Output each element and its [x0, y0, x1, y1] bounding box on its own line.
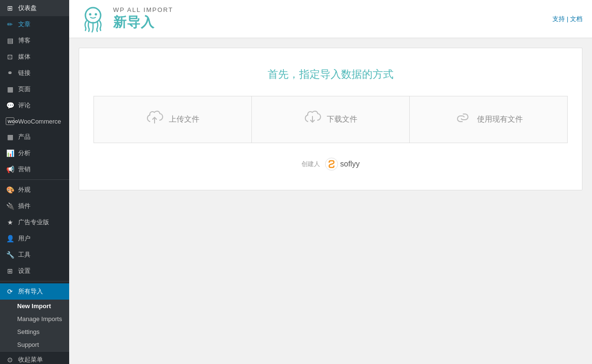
- settings-wp-icon: ⊞: [6, 267, 14, 275]
- sidebar-bottom: ⊙ 收起菜单: [0, 351, 69, 364]
- imports-submenu: New Import Manage Imports Settings Suppo…: [0, 300, 69, 351]
- sidebar-item-analytics[interactable]: 📊 分析: [0, 145, 69, 161]
- sidebar-item-dashboard[interactable]: ⊞ 仪表盘: [0, 0, 69, 16]
- products-icon: ▦: [6, 133, 14, 141]
- collapse-menu-button[interactable]: ⊙ 收起菜单: [0, 352, 69, 364]
- plugins-icon: 🔌: [6, 202, 14, 210]
- sidebar-item-all-imports[interactable]: ⟳ 所有导入: [0, 283, 69, 300]
- import-card: 首先，指定导入数据的方式 上传文件: [79, 48, 582, 190]
- submenu-support[interactable]: Support: [0, 338, 69, 351]
- sidebar-item-label: 分析: [18, 149, 31, 157]
- download-file-label: 下载文件: [327, 114, 357, 125]
- svg-point-1: [89, 13, 92, 15]
- cloud-download-icon: [304, 111, 321, 128]
- svg-point-2: [95, 13, 97, 15]
- submenu-settings[interactable]: Settings: [0, 325, 69, 338]
- sidebar-item-comments[interactable]: 💬 评论: [0, 97, 69, 114]
- upload-file-label: 上传文件: [169, 114, 199, 125]
- soflyy-icon: [325, 157, 338, 171]
- collapse-icon: ⊙: [6, 356, 14, 364]
- support-link[interactable]: 支持: [552, 15, 565, 22]
- posts-icon: ✏: [6, 21, 14, 28]
- sidebar-item-posts[interactable]: ✏ 文章: [0, 16, 69, 32]
- sidebar-divider: [0, 179, 69, 180]
- sidebar-item-products[interactable]: ▦ 产品: [0, 129, 69, 145]
- import-options: 上传文件 下载文件: [93, 96, 568, 143]
- sidebar-item-label: 文章: [18, 20, 31, 29]
- octopus-logo-icon: [79, 5, 107, 33]
- logo-title-top: WP ALL IMPORT: [113, 6, 173, 13]
- collapse-label: 收起菜单: [18, 355, 43, 364]
- sidebar-item-label: 评论: [18, 101, 31, 110]
- sidebar-item-label: 广告专业版: [18, 218, 49, 227]
- imports-icon: ⟳: [6, 288, 14, 295]
- marketing-icon: 📢: [6, 166, 14, 173]
- sidebar-item-label: 仪表盘: [18, 4, 37, 12]
- sidebar-item-settings-wp[interactable]: ⊞ 设置: [0, 263, 69, 279]
- logo-title-bottom: 新导入: [113, 13, 173, 31]
- existing-file-option[interactable]: 使用现有文件: [409, 96, 568, 143]
- submenu-manage-imports[interactable]: Manage Imports: [0, 312, 69, 325]
- download-file-option[interactable]: 下载文件: [251, 96, 409, 143]
- users-icon: 👤: [6, 235, 14, 242]
- sidebar-item-label: 外观: [18, 186, 31, 194]
- woo-icon: woo: [6, 117, 14, 125]
- sidebar-item-label: 媒体: [18, 52, 31, 61]
- sidebar-item-label: 链接: [18, 69, 31, 77]
- creator-line: 创建人 soflyy: [93, 157, 568, 171]
- content-area: 首先，指定导入数据的方式 上传文件: [69, 38, 592, 364]
- link-icon: [454, 111, 471, 128]
- import-title: 首先，指定导入数据的方式: [93, 67, 568, 82]
- tools-icon: 🔧: [6, 251, 14, 259]
- sidebar-item-blog[interactable]: ▤ 博客: [0, 32, 69, 49]
- sidebar-item-label: 设置: [18, 267, 31, 275]
- sidebar-item-pages[interactable]: ▦ 页面: [0, 81, 69, 97]
- main-content: WP ALL IMPORT 新导入 支持 | 文档 首先，指定导入数据的方式: [69, 0, 592, 364]
- docs-link[interactable]: 文档: [570, 15, 582, 22]
- dashboard-icon: ⊞: [6, 4, 14, 12]
- sidebar-item-label: WooCommerce: [18, 118, 61, 125]
- soflyy-logo: soflyy: [325, 157, 360, 171]
- sidebar-item-tools[interactable]: 🔧 工具: [0, 247, 69, 263]
- ads-icon: ★: [6, 218, 14, 226]
- cloud-upload-icon: [146, 111, 163, 128]
- topbar-logo: WP ALL IMPORT 新导入: [79, 5, 173, 33]
- topbar: WP ALL IMPORT 新导入 支持 | 文档: [69, 0, 592, 38]
- logo-text: WP ALL IMPORT 新导入: [113, 6, 173, 31]
- media-icon: ⊡: [6, 53, 14, 61]
- link-separator: |: [567, 15, 568, 22]
- sidebar-item-label: 所有导入: [18, 287, 43, 296]
- sidebar-item-links[interactable]: ⚭ 链接: [0, 65, 69, 81]
- sidebar-item-label: 产品: [18, 133, 31, 141]
- sidebar-item-woocommerce[interactable]: woo WooCommerce: [0, 114, 69, 129]
- sidebar-divider-2: [0, 281, 69, 281]
- existing-file-label: 使用现有文件: [477, 114, 523, 125]
- sidebar-item-label: 用户: [18, 234, 31, 243]
- sidebar-item-label: 插件: [18, 202, 31, 210]
- sidebar-item-marketing[interactable]: 📢 营销: [0, 161, 69, 177]
- creator-label: 创建人: [301, 160, 320, 168]
- links-icon: ⚭: [6, 69, 14, 77]
- soflyy-text: soflyy: [340, 160, 360, 168]
- sidebar-item-media[interactable]: ⊡ 媒体: [0, 49, 69, 65]
- comments-icon: 💬: [6, 102, 14, 109]
- appearance-icon: 🎨: [6, 186, 14, 194]
- submenu-new-import[interactable]: New Import: [0, 300, 69, 312]
- analytics-icon: 📊: [6, 149, 14, 157]
- sidebar-item-appearance[interactable]: 🎨 外观: [0, 182, 69, 198]
- svg-point-0: [85, 8, 101, 23]
- blog-icon: ▤: [6, 37, 14, 44]
- topbar-links: 支持 | 文档: [552, 15, 582, 23]
- sidebar-item-label: 工具: [18, 250, 31, 259]
- sidebar-item-label: 营销: [18, 165, 31, 174]
- sidebar-item-plugins[interactable]: 🔌 插件: [0, 198, 69, 214]
- pages-icon: ▦: [6, 85, 14, 93]
- sidebar-item-label: 博客: [18, 36, 31, 45]
- upload-file-option[interactable]: 上传文件: [93, 96, 251, 143]
- sidebar-item-ads[interactable]: ★ 广告专业版: [0, 214, 69, 230]
- sidebar-item-label: 页面: [18, 85, 31, 94]
- sidebar: ⊞ 仪表盘 ✏ 文章 ▤ 博客 ⊡ 媒体 ⚭ 链接 ▦ 页面 💬 评论 woo …: [0, 0, 69, 364]
- sidebar-item-users[interactable]: 👤 用户: [0, 230, 69, 247]
